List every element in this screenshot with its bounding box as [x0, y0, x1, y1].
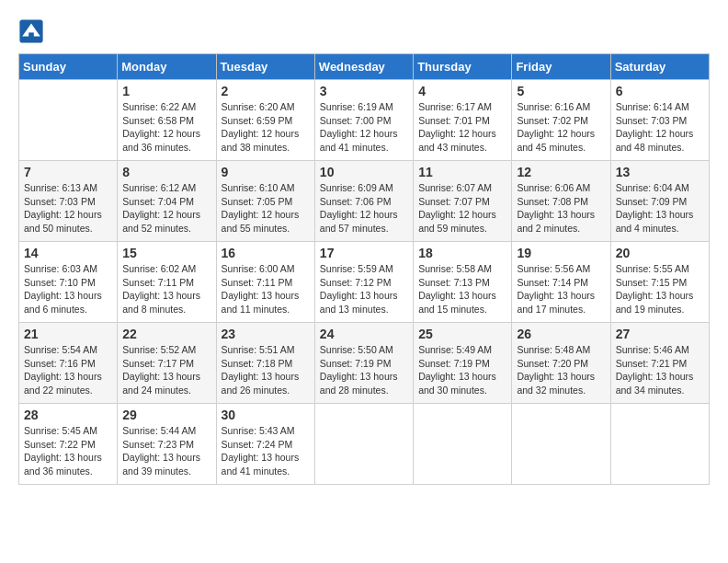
calendar-cell — [314, 404, 413, 485]
calendar-cell: 1Sunrise: 6:22 AM Sunset: 6:58 PM Daylig… — [118, 80, 216, 161]
day-info: Sunrise: 6:20 AM Sunset: 6:59 PM Dayligh… — [222, 100, 310, 155]
calendar-week-row: 14Sunrise: 6:03 AM Sunset: 7:10 PM Dayli… — [19, 242, 710, 323]
day-info: Sunrise: 5:49 AM Sunset: 7:19 PM Dayligh… — [418, 343, 506, 397]
calendar-cell: 5Sunrise: 6:16 AM Sunset: 7:02 PM Daylig… — [512, 80, 610, 161]
day-number: 7 — [24, 165, 112, 179]
day-number: 5 — [517, 84, 605, 98]
calendar-cell: 3Sunrise: 6:19 AM Sunset: 7:00 PM Daylig… — [314, 80, 413, 161]
calendar-week-row: 1Sunrise: 6:22 AM Sunset: 6:58 PM Daylig… — [19, 80, 710, 161]
calendar-cell: 2Sunrise: 6:20 AM Sunset: 6:59 PM Daylig… — [216, 80, 314, 161]
weekday-header: Wednesday — [314, 54, 413, 80]
day-number: 17 — [320, 246, 408, 260]
calendar-cell: 19Sunrise: 5:56 AM Sunset: 7:14 PM Dayli… — [512, 242, 610, 323]
calendar-cell: 24Sunrise: 5:50 AM Sunset: 7:19 PM Dayli… — [314, 323, 413, 404]
day-info: Sunrise: 5:51 AM Sunset: 7:18 PM Dayligh… — [222, 343, 310, 397]
day-number: 16 — [222, 246, 310, 260]
weekday-header: Friday — [512, 54, 610, 80]
calendar-cell — [610, 404, 709, 485]
calendar-cell: 17Sunrise: 5:59 AM Sunset: 7:12 PM Dayli… — [314, 242, 413, 323]
calendar-week-row: 21Sunrise: 5:54 AM Sunset: 7:16 PM Dayli… — [19, 323, 710, 404]
day-info: Sunrise: 6:06 AM Sunset: 7:08 PM Dayligh… — [517, 181, 605, 236]
day-info: Sunrise: 5:43 AM Sunset: 7:24 PM Dayligh… — [222, 424, 310, 478]
day-number: 20 — [616, 246, 704, 260]
day-info: Sunrise: 6:17 AM Sunset: 7:01 PM Dayligh… — [418, 100, 506, 155]
calendar-cell: 21Sunrise: 5:54 AM Sunset: 7:16 PM Dayli… — [19, 323, 118, 404]
calendar-cell: 28Sunrise: 5:45 AM Sunset: 7:22 PM Dayli… — [19, 404, 118, 485]
day-number: 25 — [418, 327, 506, 341]
calendar-cell — [414, 404, 512, 485]
logo-icon — [18, 18, 44, 44]
day-number: 4 — [418, 84, 506, 98]
weekday-header-row: SundayMondayTuesdayWednesdayThursdayFrid… — [19, 54, 710, 80]
day-number: 6 — [616, 84, 704, 98]
day-number: 2 — [222, 84, 310, 98]
day-info: Sunrise: 5:55 AM Sunset: 7:15 PM Dayligh… — [616, 262, 704, 316]
day-info: Sunrise: 5:52 AM Sunset: 7:17 PM Dayligh… — [122, 343, 210, 397]
weekday-header: Thursday — [414, 54, 512, 80]
day-info: Sunrise: 6:10 AM Sunset: 7:05 PM Dayligh… — [222, 181, 310, 236]
day-number: 24 — [320, 327, 408, 341]
calendar-cell: 23Sunrise: 5:51 AM Sunset: 7:18 PM Dayli… — [216, 323, 314, 404]
day-number: 22 — [122, 327, 210, 341]
day-info: Sunrise: 6:19 AM Sunset: 7:00 PM Dayligh… — [320, 100, 408, 155]
calendar-cell: 15Sunrise: 6:02 AM Sunset: 7:11 PM Dayli… — [118, 242, 216, 323]
day-info: Sunrise: 5:54 AM Sunset: 7:16 PM Dayligh… — [24, 343, 112, 397]
calendar-cell: 4Sunrise: 6:17 AM Sunset: 7:01 PM Daylig… — [414, 80, 512, 161]
day-number: 10 — [320, 165, 408, 179]
day-info: Sunrise: 6:09 AM Sunset: 7:06 PM Dayligh… — [320, 181, 408, 236]
day-number: 19 — [517, 246, 605, 260]
day-number: 8 — [122, 165, 210, 179]
calendar-cell: 18Sunrise: 5:58 AM Sunset: 7:13 PM Dayli… — [414, 242, 512, 323]
calendar-cell: 16Sunrise: 6:00 AM Sunset: 7:11 PM Dayli… — [216, 242, 314, 323]
calendar-cell: 9Sunrise: 6:10 AM Sunset: 7:05 PM Daylig… — [216, 161, 314, 242]
calendar-cell: 7Sunrise: 6:13 AM Sunset: 7:03 PM Daylig… — [19, 161, 118, 242]
day-info: Sunrise: 6:12 AM Sunset: 7:04 PM Dayligh… — [122, 181, 210, 236]
calendar-table: SundayMondayTuesdayWednesdayThursdayFrid… — [18, 53, 710, 485]
day-number: 23 — [222, 327, 310, 341]
calendar-cell: 30Sunrise: 5:43 AM Sunset: 7:24 PM Dayli… — [216, 404, 314, 485]
day-number: 9 — [222, 165, 310, 179]
day-number: 13 — [616, 165, 704, 179]
day-number: 28 — [24, 408, 112, 422]
logo — [18, 18, 48, 44]
day-info: Sunrise: 6:16 AM Sunset: 7:02 PM Dayligh… — [517, 100, 605, 155]
weekday-header: Tuesday — [216, 54, 314, 80]
calendar-week-row: 28Sunrise: 5:45 AM Sunset: 7:22 PM Dayli… — [19, 404, 710, 485]
calendar-cell: 12Sunrise: 6:06 AM Sunset: 7:08 PM Dayli… — [512, 161, 610, 242]
weekday-header: Sunday — [19, 54, 118, 80]
calendar-cell — [19, 80, 118, 161]
weekday-header: Saturday — [610, 54, 709, 80]
calendar-cell: 25Sunrise: 5:49 AM Sunset: 7:19 PM Dayli… — [414, 323, 512, 404]
day-number: 30 — [222, 408, 310, 422]
day-info: Sunrise: 6:02 AM Sunset: 7:11 PM Dayligh… — [122, 262, 210, 316]
day-number: 18 — [418, 246, 506, 260]
day-number: 14 — [24, 246, 112, 260]
day-info: Sunrise: 6:13 AM Sunset: 7:03 PM Dayligh… — [24, 181, 112, 236]
day-info: Sunrise: 6:14 AM Sunset: 7:03 PM Dayligh… — [616, 100, 704, 155]
day-info: Sunrise: 5:45 AM Sunset: 7:22 PM Dayligh… — [24, 424, 112, 478]
svg-rect-2 — [28, 32, 34, 38]
day-info: Sunrise: 6:00 AM Sunset: 7:11 PM Dayligh… — [222, 262, 310, 316]
page-header — [18, 18, 710, 44]
day-info: Sunrise: 6:04 AM Sunset: 7:09 PM Dayligh… — [616, 181, 704, 236]
calendar-cell: 8Sunrise: 6:12 AM Sunset: 7:04 PM Daylig… — [118, 161, 216, 242]
day-number: 15 — [122, 246, 210, 260]
day-info: Sunrise: 5:59 AM Sunset: 7:12 PM Dayligh… — [320, 262, 408, 316]
calendar-cell — [512, 404, 610, 485]
day-number: 3 — [320, 84, 408, 98]
day-number: 27 — [616, 327, 704, 341]
calendar-cell: 11Sunrise: 6:07 AM Sunset: 7:07 PM Dayli… — [414, 161, 512, 242]
day-number: 12 — [517, 165, 605, 179]
day-info: Sunrise: 5:50 AM Sunset: 7:19 PM Dayligh… — [320, 343, 408, 397]
day-info: Sunrise: 5:58 AM Sunset: 7:13 PM Dayligh… — [418, 262, 506, 316]
calendar-week-row: 7Sunrise: 6:13 AM Sunset: 7:03 PM Daylig… — [19, 161, 710, 242]
day-number: 21 — [24, 327, 112, 341]
calendar-cell: 26Sunrise: 5:48 AM Sunset: 7:20 PM Dayli… — [512, 323, 610, 404]
calendar-cell: 22Sunrise: 5:52 AM Sunset: 7:17 PM Dayli… — [118, 323, 216, 404]
calendar-cell: 6Sunrise: 6:14 AM Sunset: 7:03 PM Daylig… — [610, 80, 709, 161]
day-number: 29 — [122, 408, 210, 422]
day-info: Sunrise: 6:22 AM Sunset: 6:58 PM Dayligh… — [122, 100, 210, 155]
day-info: Sunrise: 6:07 AM Sunset: 7:07 PM Dayligh… — [418, 181, 506, 236]
calendar-cell: 10Sunrise: 6:09 AM Sunset: 7:06 PM Dayli… — [314, 161, 413, 242]
calendar-cell: 13Sunrise: 6:04 AM Sunset: 7:09 PM Dayli… — [610, 161, 709, 242]
